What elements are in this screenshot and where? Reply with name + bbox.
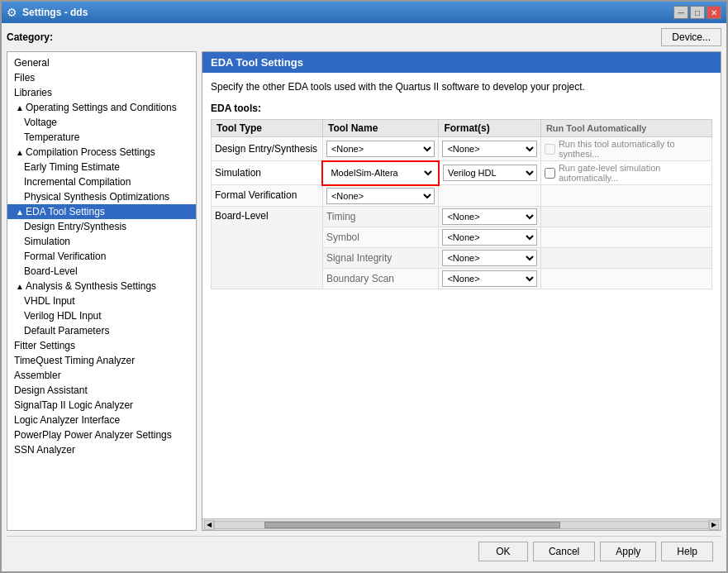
table-row-simulation: Simulation ModelSim-Altera <None> <box>212 161 712 185</box>
format-select-timing[interactable]: <None> <box>442 208 536 225</box>
format-formal <box>439 185 540 207</box>
tool-name-select-formal[interactable]: <None> <box>326 188 435 204</box>
sidebar-item-incremental[interactable]: Incremental Compilation <box>7 174 196 189</box>
tool-type-simulation: Simulation <box>212 161 323 185</box>
category-row: Category: Device... <box>7 28 721 46</box>
sidebar-item-compilation-process[interactable]: ▲Compilation Process Settings <box>7 145 196 160</box>
run-auto-checkbox-design-entry[interactable] <box>545 144 555 155</box>
table-row-formal: Formal Verification <None> <box>212 185 712 207</box>
content-area: Category: Device... General Files Librar… <box>2 23 726 571</box>
title-bar-buttons: ─ □ ✕ <box>673 6 721 19</box>
run-tool-design-entry: Run this tool automatically to synthesi.… <box>540 137 711 161</box>
device-button[interactable]: Device... <box>661 28 721 46</box>
col-format: Format(s) <box>439 120 540 137</box>
ok-button[interactable]: OK <box>478 542 528 561</box>
sidebar-item-general[interactable]: General <box>7 55 196 70</box>
maximize-button[interactable]: □ <box>690 6 705 19</box>
sidebar-item-board-level[interactable]: Board-Level <box>7 264 196 279</box>
run-tool-timing <box>540 206 711 227</box>
format-select-design-entry[interactable]: <None> <box>442 141 536 157</box>
tool-type-board-level: Board-Level <box>212 206 323 289</box>
checkbox-row-design-entry: Run this tool automatically to synthesi.… <box>545 139 708 159</box>
board-subtype-timing: Timing <box>322 206 438 227</box>
sidebar-item-analysis-synthesis[interactable]: ▲Analysis & Synthesis Settings <box>7 279 196 294</box>
help-button[interactable]: Help <box>661 542 713 561</box>
sidebar-item-ssn[interactable]: SSN Analyzer <box>7 442 196 457</box>
sidebar-item-simulation[interactable]: Simulation <box>7 234 196 249</box>
checkbox-row-simulation: Run gate-level simulation automatically.… <box>545 163 708 183</box>
run-tool-formal <box>540 185 711 207</box>
table-row: Design Entry/Synthesis <None> <None> <box>212 137 712 161</box>
settings-window: ⚙ Settings - dds ─ □ ✕ Category: Device.… <box>0 0 728 573</box>
sidebar-item-powerplay[interactable]: PowerPlay Power Analyzer Settings <box>7 427 196 442</box>
format-select-symbol[interactable]: <None> <box>442 229 536 246</box>
tool-name-formal[interactable]: <None> <box>322 185 438 207</box>
sidebar: General Files Libraries ▲Operating Setti… <box>7 51 197 531</box>
sidebar-item-signaltap[interactable]: SignalTap II Logic Analyzer <box>7 398 196 413</box>
sidebar-item-early-timing[interactable]: Early Timing Estimate <box>7 160 196 174</box>
run-auto-checkbox-simulation[interactable] <box>545 168 555 179</box>
right-panel: EDA Tool Settings Specify the other EDA … <box>202 51 721 531</box>
run-tool-simulation: Run gate-level simulation automatically.… <box>540 161 711 185</box>
format-signal-integrity[interactable]: <None> <box>439 247 540 268</box>
scroll-thumb[interactable] <box>264 522 560 528</box>
run-tool-signal-integrity <box>540 247 711 268</box>
tool-name-select-simulation[interactable]: ModelSim-Altera <None> <box>326 165 434 181</box>
minimize-button[interactable]: ─ <box>673 6 688 19</box>
main-panel: General Files Libraries ▲Operating Setti… <box>7 51 721 531</box>
apply-button[interactable]: Apply <box>600 542 656 561</box>
sidebar-item-verilog-hdl[interactable]: Verilog HDL Input <box>7 308 196 323</box>
sidebar-item-fitter[interactable]: Fitter Settings <box>7 338 196 353</box>
tool-name-select-design-entry[interactable]: <None> <box>326 141 435 157</box>
sidebar-item-formal-verification[interactable]: Formal Verification <box>7 249 196 264</box>
sidebar-item-temperature[interactable]: Temperature <box>7 130 196 145</box>
horizontal-scrollbar[interactable]: ◀ ▶ <box>202 518 721 530</box>
sidebar-item-design-entry[interactable]: Design Entry/Synthesis <box>7 219 196 234</box>
col-tool-name: Tool Name <box>322 120 438 137</box>
format-boundary-scan[interactable]: <None> <box>439 268 540 289</box>
scroll-right-arrow[interactable]: ▶ <box>709 520 719 530</box>
sidebar-item-design-assistant[interactable]: Design Assistant <box>7 383 196 398</box>
sidebar-item-files[interactable]: Files <box>7 70 196 85</box>
format-symbol[interactable]: <None> <box>439 227 540 247</box>
sidebar-item-physical-synth[interactable]: Physical Synthesis Optimizations <box>7 189 196 204</box>
scroll-track[interactable] <box>214 521 709 529</box>
format-select-boundary-scan[interactable]: <None> <box>442 270 536 287</box>
tool-type-design-entry: Design Entry/Synthesis <box>212 137 323 161</box>
format-select-simulation[interactable]: Verilog HDL VHDL <None> <box>443 165 537 181</box>
format-select-signal-integrity[interactable]: <None> <box>442 250 536 266</box>
col-run-tool: Run Tool Automatically <box>540 120 711 137</box>
run-auto-label-design-entry: Run this tool automatically to synthesi.… <box>559 139 708 159</box>
sidebar-item-operating-settings[interactable]: ▲Operating Settings and Conditions <box>7 100 196 115</box>
scroll-left-arrow[interactable]: ◀ <box>204 520 214 530</box>
format-timing[interactable]: <None> <box>439 206 540 227</box>
run-tool-symbol <box>540 227 711 247</box>
sidebar-item-timequest[interactable]: TimeQuest Timing Analyzer <box>7 353 196 368</box>
tool-type-formal: Formal Verification <box>212 185 323 207</box>
tool-name-simulation[interactable]: ModelSim-Altera <None> <box>322 161 438 185</box>
sidebar-item-libraries[interactable]: Libraries <box>7 85 196 100</box>
run-tool-boundary-scan <box>540 268 711 289</box>
close-button[interactable]: ✕ <box>707 6 721 19</box>
cancel-button[interactable]: Cancel <box>533 542 595 561</box>
sidebar-item-vhdl-input[interactable]: VHDL Input <box>7 294 196 308</box>
sidebar-item-assembler[interactable]: Assembler <box>7 368 196 383</box>
run-auto-label-simulation: Run gate-level simulation automatically.… <box>559 163 708 183</box>
format-design-entry[interactable]: <None> <box>439 137 540 161</box>
sidebar-item-eda-tool[interactable]: ▲EDA Tool Settings <box>7 204 196 219</box>
category-label: Category: <box>7 31 53 43</box>
panel-body: Specify the other EDA tools used with th… <box>202 73 721 518</box>
tool-name-design-entry[interactable]: <None> <box>322 137 438 161</box>
sidebar-item-default-params[interactable]: Default Parameters <box>7 323 196 338</box>
eda-tools-label: EDA tools: <box>211 103 712 114</box>
sidebar-item-voltage[interactable]: Voltage <box>7 115 196 130</box>
format-simulation[interactable]: Verilog HDL VHDL <None> <box>439 161 540 185</box>
table-row-board-level-header: Board-Level Timing <None> <box>212 206 712 227</box>
window-title: Settings - dds <box>22 7 88 18</box>
app-icon: ⚙ <box>7 6 17 19</box>
sidebar-item-logic-analyzer[interactable]: Logic Analyzer Interface <box>7 413 196 427</box>
eda-table: Tool Type Tool Name Format(s) Run Tool A… <box>211 119 712 289</box>
title-bar-left: ⚙ Settings - dds <box>7 6 88 19</box>
panel-description: Specify the other EDA tools used with th… <box>211 81 712 93</box>
col-tool-type: Tool Type <box>212 120 323 137</box>
